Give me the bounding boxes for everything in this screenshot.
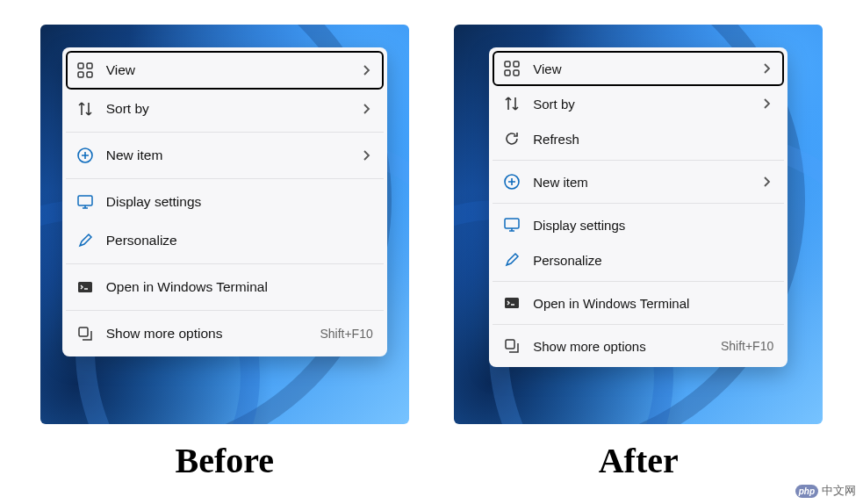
- menu-separator: [66, 310, 384, 311]
- menu-label: View: [106, 62, 359, 78]
- menu-shortcut: Shift+F10: [721, 339, 773, 353]
- sort-icon: [503, 95, 521, 112]
- chevron-right-icon: [359, 102, 373, 116]
- menu-separator: [493, 324, 784, 325]
- svg-rect-7: [79, 328, 88, 336]
- menu-separator: [493, 160, 784, 161]
- menu-item-new[interactable]: New item: [66, 136, 384, 175]
- chevron-right-icon: [359, 148, 373, 162]
- menu-item-open-terminal[interactable]: Open in Windows Terminal: [493, 285, 784, 320]
- display-settings-icon: [76, 193, 94, 211]
- menu-item-view[interactable]: View: [493, 51, 784, 86]
- menu-label: Display settings: [106, 194, 373, 210]
- watermark: php 中文网: [795, 483, 856, 499]
- menu-label: Display settings: [533, 218, 773, 233]
- new-plus-icon: [503, 173, 521, 191]
- menu-item-personalize[interactable]: Personalize: [493, 242, 784, 277]
- svg-rect-9: [514, 61, 519, 67]
- before-context-menu: View Sort by: [62, 47, 387, 356]
- after-column: View Sort by: [454, 25, 823, 481]
- after-caption: After: [599, 440, 679, 481]
- before-wallpaper: View Sort by: [40, 25, 409, 424]
- before-column: View Sort by: [40, 25, 409, 481]
- view-grid-icon: [76, 61, 94, 79]
- before-caption: Before: [175, 440, 274, 481]
- terminal-icon: [503, 294, 521, 312]
- chevron-right-icon: [759, 175, 773, 189]
- menu-item-new[interactable]: New item: [493, 164, 784, 199]
- chevron-right-icon: [359, 63, 373, 77]
- menu-item-display-settings[interactable]: Display settings: [493, 207, 784, 242]
- refresh-icon: [503, 130, 521, 148]
- personalize-brush-icon: [76, 232, 94, 249]
- svg-rect-8: [505, 61, 510, 67]
- menu-label: New item: [106, 148, 359, 163]
- svg-rect-5: [78, 196, 92, 205]
- menu-separator: [66, 132, 384, 133]
- watermark-text: 中文网: [822, 483, 856, 499]
- svg-rect-14: [505, 298, 519, 308]
- comparison-container: View Sort by: [0, 0, 863, 481]
- menu-label: Sort by: [533, 97, 759, 112]
- menu-label: Show more options: [106, 326, 320, 342]
- personalize-brush-icon: [503, 251, 521, 269]
- sort-icon: [76, 100, 94, 118]
- menu-label: Open in Windows Terminal: [106, 279, 373, 295]
- menu-label: New item: [533, 175, 759, 190]
- menu-label: Open in Windows Terminal: [533, 296, 773, 311]
- svg-rect-1: [87, 63, 92, 68]
- after-wallpaper: View Sort by: [454, 25, 823, 424]
- watermark-badge: php: [795, 485, 818, 498]
- menu-label: Sort by: [106, 101, 359, 117]
- svg-rect-3: [87, 72, 92, 77]
- menu-item-open-terminal[interactable]: Open in Windows Terminal: [66, 268, 384, 306]
- display-settings-icon: [503, 216, 521, 234]
- menu-item-show-more[interactable]: Show more options Shift+F10: [493, 328, 784, 364]
- menu-label: Refresh: [533, 132, 773, 147]
- svg-rect-0: [78, 63, 83, 68]
- menu-label: View: [533, 61, 759, 76]
- svg-rect-13: [505, 219, 519, 228]
- svg-rect-11: [514, 70, 519, 76]
- menu-item-refresh[interactable]: Refresh: [493, 121, 784, 156]
- chevron-right-icon: [759, 97, 773, 111]
- menu-label: Personalize: [533, 253, 773, 268]
- menu-separator: [493, 281, 784, 282]
- menu-item-show-more[interactable]: Show more options Shift+F10: [66, 314, 384, 353]
- menu-item-display-settings[interactable]: Display settings: [66, 183, 384, 221]
- menu-label: Personalize: [106, 233, 373, 248]
- terminal-icon: [76, 278, 94, 296]
- show-more-icon: [503, 337, 521, 355]
- after-context-menu: View Sort by: [489, 47, 787, 367]
- new-plus-icon: [76, 147, 94, 164]
- chevron-right-icon: [759, 61, 773, 76]
- svg-rect-6: [78, 282, 92, 292]
- menu-separator: [66, 263, 384, 264]
- view-grid-icon: [503, 60, 521, 77]
- svg-rect-2: [78, 72, 83, 77]
- menu-shortcut: Shift+F10: [320, 327, 372, 341]
- show-more-icon: [76, 325, 94, 342]
- menu-separator: [493, 203, 784, 204]
- menu-item-personalize[interactable]: Personalize: [66, 221, 384, 260]
- svg-rect-15: [506, 340, 514, 349]
- menu-item-view[interactable]: View: [66, 51, 384, 90]
- menu-label: Show more options: [533, 339, 721, 354]
- menu-item-sort-by[interactable]: Sort by: [493, 86, 784, 121]
- menu-separator: [66, 178, 384, 179]
- menu-item-sort-by[interactable]: Sort by: [66, 90, 384, 128]
- svg-rect-10: [505, 70, 510, 76]
